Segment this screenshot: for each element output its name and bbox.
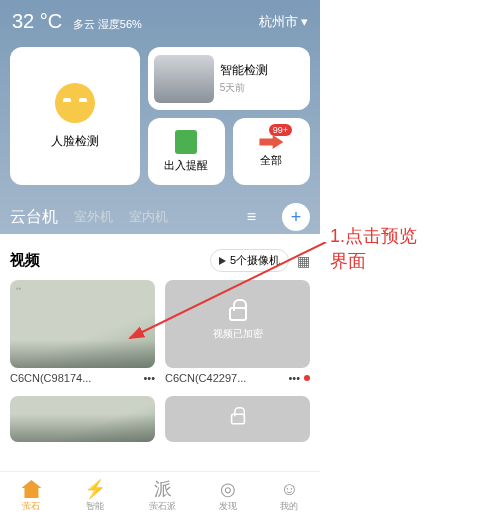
feature-cards: 人脸检测 智能检测 5天前 出入提醒 99+ 全部	[0, 43, 320, 195]
door-label: 出入提醒	[164, 158, 208, 173]
video-section: 视频 5个摄像机 ▦ ▪▪ C6CN(C98174... ••• 视频已	[0, 239, 320, 446]
phone-frame: 32 °C 多云 湿度56% 杭州市 ▾ 人脸检测 智能检测 5天前	[0, 0, 320, 521]
nav-home-label: 萤石	[22, 500, 40, 513]
brand-watermark: ▪▪	[16, 284, 22, 293]
menu-icon[interactable]: ≡	[247, 208, 256, 226]
video-thumbnail-1[interactable]: ▪▪	[10, 280, 155, 368]
video-thumbnail-2[interactable]: 视频已加密	[165, 280, 310, 368]
nav-smart[interactable]: ⚡ 智能	[84, 480, 106, 513]
count-badge: 99+	[269, 124, 292, 136]
nav-smart-label: 智能	[86, 500, 104, 513]
camera-count-pill[interactable]: 5个摄像机	[210, 249, 289, 272]
home-icon	[21, 480, 41, 498]
video-item-1[interactable]: ▪▪ C6CN(C98174... •••	[10, 280, 155, 386]
face-detection-card[interactable]: 人脸检测	[10, 47, 140, 185]
door-alert-card[interactable]: 出入提醒	[148, 118, 225, 185]
nav-discover[interactable]: ◎ 发现	[219, 480, 237, 513]
status-bar: 32 °C 多云 湿度56% 杭州市 ▾	[0, 0, 320, 43]
camera-tabs: 云台机 室外机 室内机 ≡ +	[0, 195, 320, 239]
lock-icon	[230, 413, 244, 424]
bolt-icon: ⚡	[84, 480, 106, 498]
video-item-4[interactable]	[165, 396, 310, 442]
smart-detect-card[interactable]: 智能检测 5天前	[148, 47, 310, 110]
camera-count-text: 5个摄像机	[230, 253, 280, 268]
all-card[interactable]: 99+ 全部	[233, 118, 310, 185]
city-name: 杭州市	[259, 13, 298, 31]
pai-icon: 派	[154, 480, 172, 498]
notification-dot	[304, 375, 310, 381]
face-label: 人脸检测	[51, 133, 99, 150]
section-title: 视频	[10, 251, 40, 270]
door-icon	[175, 130, 197, 154]
weather-text: 多云 湿度56%	[73, 18, 142, 30]
nav-discover-label: 发现	[219, 500, 237, 513]
more-icon[interactable]: •••	[288, 372, 300, 384]
nav-home[interactable]: 萤石	[21, 480, 41, 513]
tab-outdoor[interactable]: 室外机	[74, 208, 113, 226]
locked-text: 视频已加密	[213, 327, 263, 341]
video-item-2[interactable]: 视频已加密 C6CN(C42297... •••	[165, 280, 310, 386]
add-button[interactable]: +	[282, 203, 310, 231]
detect-title: 智能检测	[220, 62, 268, 79]
face-icon	[55, 83, 95, 123]
nav-me-label: 我的	[280, 500, 298, 513]
video-name-1: C6CN(C98174...	[10, 372, 91, 384]
discover-icon: ◎	[220, 480, 236, 498]
video-thumbnail-3[interactable]	[10, 396, 155, 442]
annotation-line1: 1.点击预览	[330, 224, 417, 249]
video-name-2: C6CN(C42297...	[165, 372, 246, 384]
person-icon: ☺	[280, 480, 298, 498]
annotation-text: 1.点击预览 界面	[330, 224, 417, 274]
tab-indoor[interactable]: 室内机	[129, 208, 168, 226]
bottom-nav: 萤石 ⚡ 智能 派 萤石派 ◎ 发现 ☺ 我的	[0, 471, 320, 521]
tab-ptz[interactable]: 云台机	[10, 207, 58, 228]
more-icon[interactable]: •••	[143, 372, 155, 384]
arrow-right-icon	[259, 135, 283, 149]
video-thumbnail-4[interactable]	[165, 396, 310, 442]
detect-subtitle: 5天前	[220, 81, 268, 95]
temperature: 32 °C	[12, 10, 62, 32]
nav-pai[interactable]: 派 萤石派	[149, 480, 176, 513]
chevron-down-icon: ▾	[301, 14, 308, 29]
city-selector[interactable]: 杭州市 ▾	[259, 13, 308, 31]
grid-icon[interactable]: ▦	[297, 253, 310, 269]
detect-thumbnail	[154, 55, 214, 103]
nav-me[interactable]: ☺ 我的	[280, 480, 298, 513]
annotation-line2: 界面	[330, 249, 417, 274]
all-label: 全部	[260, 153, 282, 168]
nav-pai-label: 萤石派	[149, 500, 176, 513]
lock-icon	[229, 307, 247, 321]
video-item-3[interactable]	[10, 396, 155, 442]
play-icon	[219, 257, 226, 265]
